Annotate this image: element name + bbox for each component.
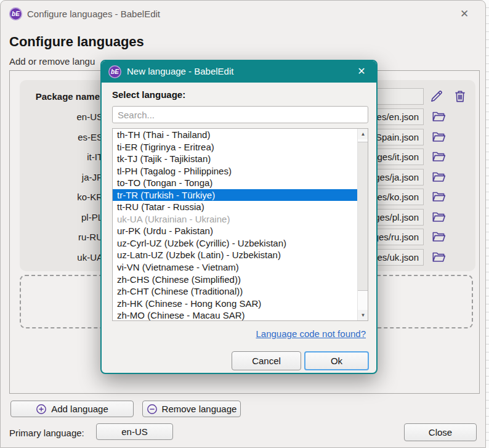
list-item[interactable]: tk-TJ (Tajik - Tajikistan) bbox=[113, 153, 357, 165]
ok-button[interactable]: Ok bbox=[304, 351, 369, 370]
package-name-label: Package name: bbox=[23, 91, 103, 102]
list-item[interactable]: uz-Cyrl-UZ (Uzbek (Cyrillic) - Uzbekista… bbox=[113, 237, 357, 250]
list-item[interactable]: zh-CHS (Chinese (Simplified)) bbox=[113, 274, 357, 286]
list-item[interactable]: zh-CHT (Chinese (Traditional)) bbox=[113, 285, 357, 298]
select-language-label: Select language: bbox=[112, 89, 185, 100]
circled-minus-icon bbox=[147, 404, 158, 415]
list-scrollbar[interactable]: ▲ ▼ bbox=[357, 129, 368, 320]
folder-open-icon[interactable] bbox=[430, 129, 447, 145]
add-language-button[interactable]: Add language bbox=[10, 401, 134, 417]
search-input[interactable] bbox=[112, 106, 368, 123]
new-language-dialog: bE New language - BabelEdit ✕ Select lan… bbox=[100, 60, 378, 374]
folder-open-icon[interactable] bbox=[430, 108, 447, 124]
language-code-label: ru-RU bbox=[23, 232, 103, 242]
language-code-label: it-IT bbox=[23, 152, 103, 162]
folder-open-icon[interactable] bbox=[430, 229, 447, 245]
folder-open-icon[interactable] bbox=[430, 149, 447, 165]
babeledit-logo-icon: bE bbox=[9, 7, 22, 20]
list-item[interactable]: vi-VN (Vietnamese - Vietnam) bbox=[113, 261, 357, 274]
language-code-label: ja-JP bbox=[23, 172, 103, 182]
cancel-button[interactable]: Cancel bbox=[232, 351, 301, 370]
list-item[interactable]: to-TO (Tongan - Tonga) bbox=[113, 177, 357, 189]
close-icon[interactable]: ✕ bbox=[355, 65, 368, 78]
window-title: Configure languages - BabelEdit bbox=[27, 9, 160, 19]
remove-language-label: Remove language bbox=[162, 404, 237, 414]
dialog-title: New language - BabelEdit bbox=[127, 66, 233, 76]
page-subtitle: Add or remove langu bbox=[9, 56, 95, 67]
folder-open-icon[interactable] bbox=[430, 209, 447, 225]
folder-open-icon[interactable] bbox=[430, 189, 447, 205]
list-item[interactable]: zh-MO (Chinese - Macau SAR) bbox=[113, 309, 357, 321]
titlebar: bE Configure languages - BabelEdit ✕ bbox=[1, 1, 485, 24]
language-code-label: pl-PL bbox=[23, 212, 103, 222]
edit-pencil-icon[interactable] bbox=[429, 88, 445, 104]
close-icon[interactable]: ✕ bbox=[458, 8, 471, 20]
folder-open-icon[interactable] bbox=[430, 169, 447, 185]
babeledit-logo-icon: bE bbox=[108, 65, 121, 78]
language-code-label: es-ES bbox=[23, 132, 103, 142]
language-list: th-TH (Thai - Thailand) ti-ER (Tigrinya … bbox=[112, 128, 368, 321]
language-code-not-found-link[interactable]: Language code not found? bbox=[256, 328, 366, 339]
circled-plus-icon bbox=[36, 404, 47, 415]
screen: bE Configure languages - BabelEdit ✕ Con… bbox=[0, 0, 489, 448]
scroll-down-icon[interactable]: ▼ bbox=[358, 310, 368, 320]
list-item-selected[interactable]: tr-TR (Turkish - Türkiye) bbox=[113, 189, 357, 202]
language-code-label: uk-UA bbox=[23, 252, 103, 263]
add-language-label: Add language bbox=[51, 404, 108, 414]
delete-trash-icon[interactable] bbox=[452, 88, 468, 104]
scrollbar-thumb[interactable] bbox=[358, 142, 368, 291]
primary-language-select[interactable]: en-US bbox=[96, 423, 173, 440]
close-button[interactable]: Close bbox=[404, 423, 477, 441]
language-code-label: en-US bbox=[23, 112, 103, 122]
primary-language-label: Primary language: bbox=[9, 428, 84, 438]
list-item[interactable]: ti-ER (Tigrinya - Eritrea) bbox=[113, 141, 357, 153]
list-item[interactable]: tt-RU (Tatar - Russia) bbox=[113, 201, 357, 213]
list-item-disabled: uk-UA (Ukrainian - Ukraine) bbox=[113, 213, 357, 226]
page-title: Configure languages bbox=[9, 34, 144, 50]
list-item[interactable]: uz-Latn-UZ (Uzbek (Latin) - Uzbekistan) bbox=[113, 249, 357, 261]
scroll-up-icon[interactable]: ▲ bbox=[358, 129, 368, 139]
folder-open-icon[interactable] bbox=[430, 249, 447, 265]
remove-language-button[interactable]: Remove language bbox=[142, 401, 241, 417]
list-item[interactable]: zh-HK (Chinese - Hong Kong SAR) bbox=[113, 298, 357, 310]
list-item[interactable]: th-TH (Thai - Thailand) bbox=[113, 129, 357, 141]
list-item[interactable]: ur-PK (Urdu - Pakistan) bbox=[113, 225, 357, 237]
list-item[interactable]: tl-PH (Tagalog - Philippines) bbox=[113, 165, 357, 177]
language-code-label: ko-KR bbox=[23, 192, 103, 202]
dialog-titlebar: bE New language - BabelEdit ✕ bbox=[102, 61, 376, 83]
